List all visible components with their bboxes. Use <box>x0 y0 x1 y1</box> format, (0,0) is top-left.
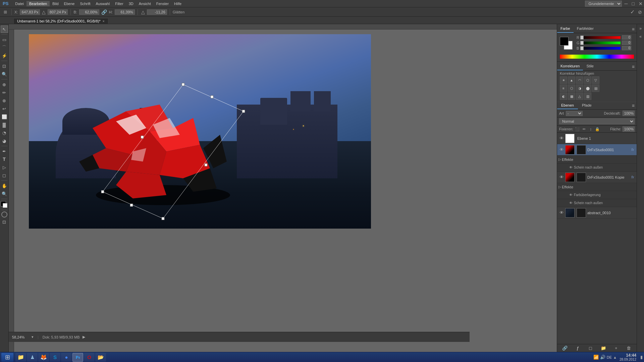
menu-bild[interactable]: Bild <box>50 1 61 6</box>
zoom-info-btn[interactable]: ▾ <box>32 335 34 339</box>
r-slider[interactable] <box>582 36 621 39</box>
menu-hilfe[interactable]: Hilfe <box>171 1 184 6</box>
channel-mix-icon[interactable]: ▤ <box>592 84 599 92</box>
r-input[interactable] <box>622 35 631 40</box>
angle-input[interactable] <box>147 9 167 15</box>
gradient-tool[interactable]: ▓ <box>1 121 8 128</box>
b-input[interactable] <box>622 46 631 50</box>
crop-tool[interactable]: ⊡ <box>1 62 8 70</box>
taskbar-steam[interactable]: ♟ <box>27 353 38 362</box>
exposure-icon[interactable]: ⬡ <box>584 76 591 84</box>
menu-ansicht[interactable]: Ansicht <box>136 1 154 6</box>
commit-icon[interactable]: ✓ <box>630 9 635 15</box>
taskbar-explorer[interactable]: 📁 <box>15 353 26 362</box>
taskbar-photoshop[interactable]: Ps <box>72 353 83 362</box>
taskbar-chrome[interactable]: ● <box>61 353 72 362</box>
doc-info-btn[interactable]: ▶ <box>83 335 85 339</box>
panel-collapse-icon[interactable]: » <box>638 25 644 32</box>
h-input[interactable] <box>115 9 135 15</box>
posterize-icon[interactable]: ▦ <box>568 93 575 100</box>
maximize-btn[interactable]: □ <box>632 1 635 6</box>
taskbar-misc[interactable]: 📂 <box>95 353 106 362</box>
layer-ebene1[interactable]: 👁 Ebene 1 <box>557 133 637 144</box>
screen-mode-btn[interactable]: ⊡ <box>1 218 8 226</box>
taskbar-skype[interactable]: S <box>50 353 60 362</box>
tray-arrow-up[interactable]: ▲ <box>613 355 617 359</box>
g-slider[interactable] <box>582 42 621 44</box>
schein-drfx[interactable]: 👁 Schein nach außen <box>557 164 637 172</box>
tool-options-icon[interactable]: ⊞ <box>2 9 9 15</box>
menu-datei[interactable]: Datei <box>12 1 26 6</box>
link-layers-btn[interactable]: 🔗 <box>561 345 568 352</box>
workspace-selector[interactable]: Grundelemente <box>585 1 622 7</box>
invert-icon[interactable]: ◐ <box>560 93 567 100</box>
menu-auswahl[interactable]: Auswahl <box>93 1 113 6</box>
menu-3d[interactable]: 3D <box>126 1 136 6</box>
farbub-kopie[interactable]: 👁 Farbüberlagerung <box>557 191 637 199</box>
color-panel-menu[interactable]: ≡ <box>630 25 637 33</box>
art-select[interactable]: - <box>566 111 583 116</box>
eye-schein-drfx[interactable]: 👁 <box>569 166 573 169</box>
x-input[interactable] <box>20 9 40 15</box>
tab-pfade[interactable]: Pfade <box>578 102 596 109</box>
menu-ebene[interactable]: Ebene <box>61 1 77 6</box>
menu-bearbeiten[interactable]: Bearbeiten <box>26 1 50 6</box>
shape-tool[interactable]: ◻ <box>1 172 8 179</box>
visibility-drfx[interactable]: 👁 <box>558 147 565 153</box>
close-btn[interactable]: ✕ <box>639 1 643 6</box>
cancel-icon[interactable]: ⊘ <box>638 9 642 15</box>
new-group-btn[interactable]: 📁 <box>600 345 607 352</box>
canvas-area[interactable]: 58,24% ▾ | Dok: 5,93 MB/9,93 MB ▶ <box>9 24 557 352</box>
new-layer-btn[interactable]: + <box>613 345 620 352</box>
type-tool[interactable]: T <box>1 156 8 163</box>
menu-filter[interactable]: Filter <box>112 1 126 6</box>
gradient-map-icon[interactable]: ▥ <box>584 93 591 100</box>
visibility-abstract[interactable]: 👁 <box>558 210 565 216</box>
pen-tool[interactable]: ✒ <box>1 147 8 155</box>
spectrum-bar[interactable] <box>560 55 634 59</box>
schein-kopie[interactable]: 👁 Schein nach außen <box>557 199 637 207</box>
taskbar-firefox[interactable]: 🦊 <box>38 353 49 362</box>
mask-mode-btn[interactable] <box>1 212 7 218</box>
start-button[interactable]: ⊞ <box>1 353 13 362</box>
tab-korrekturen[interactable]: Korrekturen <box>557 63 583 70</box>
brush-tool[interactable]: ✏ <box>1 89 8 96</box>
spot-heal-tool[interactable]: ⊕ <box>1 81 8 88</box>
corrections-panel-menu[interactable]: ≡ <box>630 63 637 70</box>
add-mask-btn[interactable]: ◻ <box>587 345 594 352</box>
visibility-ebene1[interactable]: 👁 <box>558 135 565 141</box>
show-desktop-btn[interactable]: ▮ <box>640 355 643 360</box>
layer-drfx-kopie[interactable]: 👁 DrFxStudio0001 Kopie fx <box>557 172 637 183</box>
layers-panel-menu[interactable]: ≡ <box>630 102 637 109</box>
levels-icon[interactable]: ▲ <box>568 76 575 84</box>
delete-layer-btn[interactable]: 🗑 <box>626 345 632 352</box>
eraser-tool[interactable]: ⬜ <box>1 113 8 120</box>
eyedropper-tool[interactable]: 🔍 <box>1 70 8 78</box>
tray-volume-icon[interactable]: 🔊 <box>600 355 605 360</box>
colorbalance-icon[interactable]: ⬡ <box>568 84 575 92</box>
photofilter-icon[interactable]: ⬤ <box>584 84 591 92</box>
tab-ebenen[interactable]: Ebenen <box>557 102 578 109</box>
move-tool[interactable]: ↖ <box>1 25 8 33</box>
opacity-input[interactable] <box>623 111 635 116</box>
hand-tool[interactable]: ✋ <box>1 182 8 189</box>
panel-expand-icon[interactable]: « <box>638 34 644 40</box>
marquee-tool[interactable]: ▭ <box>1 36 8 43</box>
threshold-icon[interactable]: △ <box>576 93 583 100</box>
blend-mode-select[interactable]: Normal <box>559 118 635 124</box>
lock-transform-icon[interactable]: ↕ <box>588 126 593 132</box>
tab-close-btn[interactable]: × <box>103 19 105 23</box>
fill-input[interactable] <box>623 126 635 132</box>
lasso-tool[interactable]: ⌒ <box>1 44 8 51</box>
tab-stile[interactable]: Stile <box>583 63 597 70</box>
layer-drfx[interactable]: 👁 DrFxStudio0001 fx <box>557 144 637 156</box>
blur-tool[interactable]: ◔ <box>1 129 8 136</box>
w-input[interactable] <box>79 9 99 15</box>
visibility-drfx-kopie[interactable]: 👁 <box>558 174 565 180</box>
g-input[interactable] <box>622 41 631 45</box>
tab-farbfelder[interactable]: Farbfelder <box>574 25 597 33</box>
document-tab[interactable]: Unbenannt-1 bei 58,2% (DrFxStudio0001, R… <box>13 18 108 24</box>
bw-icon[interactable]: ◑ <box>576 84 583 92</box>
y-input[interactable] <box>48 9 68 15</box>
menu-schrift[interactable]: Schrift <box>77 1 93 6</box>
